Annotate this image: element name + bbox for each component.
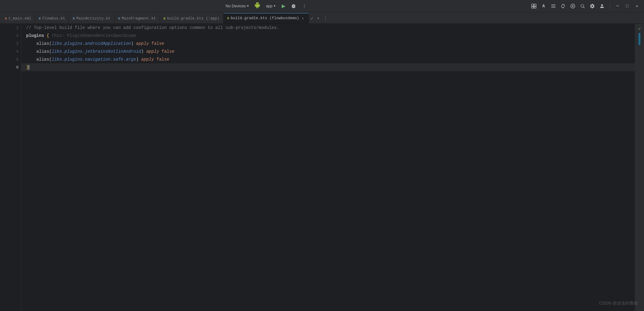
code-brace-open: { xyxy=(47,33,49,38)
debug-button[interactable] xyxy=(289,3,298,9)
line-num-5: 5 xyxy=(9,55,19,63)
code-apply-3: apply xyxy=(141,57,154,62)
app-dropdown-button[interactable]: app ▾ xyxy=(263,3,278,9)
no-devices-button[interactable]: No Devices ▾ xyxy=(223,3,251,9)
line-num-3: 3 xyxy=(9,40,19,48)
gradle-icon[interactable] xyxy=(569,3,576,9)
tabs-kebab-button[interactable]: ⋮ xyxy=(321,13,329,23)
more-button[interactable]: ⋮ xyxy=(300,3,309,9)
tab-label-mainfragment: MainFragment.kt xyxy=(122,16,156,21)
tab-label-mainactivity: MainActivity.kt xyxy=(76,16,111,21)
no-devices-label: No Devices xyxy=(225,4,245,8)
line-num-1: 1 xyxy=(9,24,19,32)
account-icon[interactable] xyxy=(599,3,605,9)
line-num-4: 4 xyxy=(9,48,19,55)
minimize-button[interactable]: ─ xyxy=(614,3,621,9)
settings-icon[interactable] xyxy=(589,3,596,9)
code-apply-1: apply xyxy=(136,41,149,46)
code-line-5: alias(libs.plugins.navigation.safe.args)… xyxy=(21,55,635,63)
text-cursor xyxy=(29,65,29,70)
tab-label-build-gradle-flowbus: build.gradle.kts (flowbusdemo) xyxy=(231,16,299,20)
toolbar-center: No Devices ▾ app ▾ ▶ ⋮ xyxy=(4,2,528,10)
tab-t-main-xml[interactable]: X t_main.xml xyxy=(1,13,35,23)
code-apply-2: apply xyxy=(146,49,159,54)
code-false-1: false xyxy=(151,41,164,46)
more-icon: ⋮ xyxy=(302,4,306,8)
text-size-icon[interactable]: A xyxy=(540,3,547,9)
tab-icon-gradle-flowbus: G xyxy=(227,16,229,20)
tab-build-gradle-app[interactable]: G build.gradle.kts (:app) xyxy=(160,13,224,23)
tabs-bar: X t_main.xml K Flowbus.kt K MainActivity… xyxy=(0,12,644,24)
layout-icon[interactable] xyxy=(531,3,537,9)
sync-icon[interactable] xyxy=(560,3,566,9)
svg-point-8 xyxy=(581,4,584,7)
tab-flowbus-kt[interactable]: K Flowbus.kt xyxy=(35,13,69,23)
code-hint-2: this: PluginDependenciesSpecScope xyxy=(49,33,136,38)
code-alias-1: libs.plugins.androidApplication xyxy=(52,41,131,46)
tab-mainfragment-kt[interactable]: K MainFragment.kt xyxy=(114,13,160,23)
code-line-4: alias(libs.plugins.jetbrainsKotlinAndroi… xyxy=(21,48,635,55)
tab-label-t-main-xml: t_main.xml xyxy=(9,16,31,21)
right-check-icon: ✓ xyxy=(638,26,641,32)
line-num-6: 6 xyxy=(9,63,19,71)
code-comment-1: // Top-level build file where you can ad… xyxy=(26,25,279,30)
code-line-3: alias(libs.plugins.androidApplication) a… xyxy=(21,40,635,48)
tab-label-flowbus: Flowbus.kt xyxy=(42,16,65,21)
code-brace-close: } xyxy=(26,65,29,70)
close-window-button[interactable]: ✕ xyxy=(634,3,640,9)
line-num-2: 2 xyxy=(9,32,19,40)
tab-mainactivity-kt[interactable]: K MainActivity.kt xyxy=(69,13,114,23)
minimap-highlight xyxy=(639,33,640,45)
app-label: app xyxy=(266,4,273,8)
structure-icon[interactable] xyxy=(550,3,557,9)
tab-icon-flowbus: K xyxy=(39,17,41,20)
tabs-more-button[interactable]: ▾ xyxy=(315,13,321,23)
code-alias-3: libs.plugins.navigation.safe.args xyxy=(52,57,136,62)
tab-icon-xml: X xyxy=(5,17,7,20)
tab-build-gradle-flowbus[interactable]: G build.gradle.kts (flowbusdemo) ✕ xyxy=(224,13,309,23)
svg-rect-3 xyxy=(534,6,536,8)
tab-label-build-gradle-app: build.gradle.kts (:app) xyxy=(167,16,220,21)
svg-rect-0 xyxy=(532,4,534,6)
code-false-3: false xyxy=(157,57,169,62)
android-icon xyxy=(254,2,260,10)
tab-close-build-gradle-flowbus[interactable]: ✕ xyxy=(301,16,305,20)
search-icon[interactable] xyxy=(579,3,586,9)
chevron-down-icon: ▾ xyxy=(247,4,249,8)
code-plugins-kw: plugins xyxy=(26,33,44,38)
right-gutter: ✓ xyxy=(635,24,644,311)
svg-rect-2 xyxy=(532,6,534,8)
code-line-6: } xyxy=(21,63,635,71)
editor-container: 1 2 3 4 5 6 // Top-level build file wher… xyxy=(0,24,644,311)
toolbar-right: A ─ □ ✕ xyxy=(531,3,640,9)
tab-icon-gradle-app: G xyxy=(164,17,166,20)
svg-line-9 xyxy=(583,7,585,8)
line-numbers: 1 2 3 4 5 6 xyxy=(0,24,21,311)
app-chevron-icon: ▾ xyxy=(274,4,276,8)
code-line-1: // Top-level build file where you can ad… xyxy=(21,24,635,32)
code-line-2: plugins { this: PluginDependenciesSpecSc… xyxy=(21,32,635,40)
maximize-button[interactable]: □ xyxy=(624,3,631,9)
tab-icon-mainfragment: K xyxy=(118,17,120,20)
code-editor[interactable]: // Top-level build file where you can ad… xyxy=(21,24,635,311)
svg-rect-1 xyxy=(534,4,536,6)
tab-icon-mainactivity: K xyxy=(73,17,75,20)
run-button[interactable]: ▶ xyxy=(280,2,287,9)
toolbar: No Devices ▾ app ▾ ▶ ⋮ xyxy=(0,0,644,12)
tab-check-icon: ✓ xyxy=(309,13,315,23)
code-false-2: false xyxy=(162,49,174,54)
code-alias-2: libs.plugins.jetbrainsKotlinAndroid xyxy=(52,49,141,54)
